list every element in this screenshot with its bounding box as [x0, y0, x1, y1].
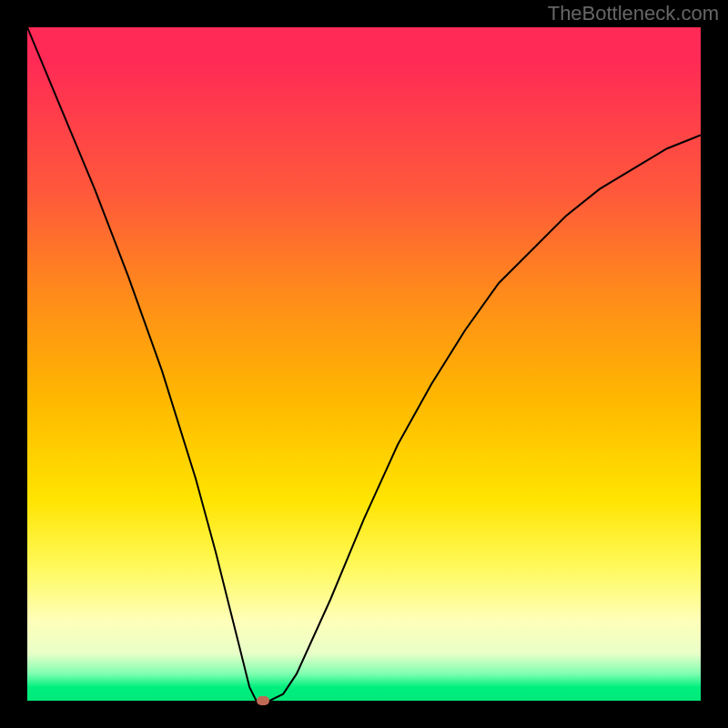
watermark-text: TheBottleneck.com: [548, 2, 719, 25]
bottleneck-curve: [27, 27, 701, 701]
chart-frame: TheBottleneck.com: [0, 0, 728, 728]
plot-area: [27, 27, 701, 701]
optimal-point-marker: [257, 696, 269, 705]
